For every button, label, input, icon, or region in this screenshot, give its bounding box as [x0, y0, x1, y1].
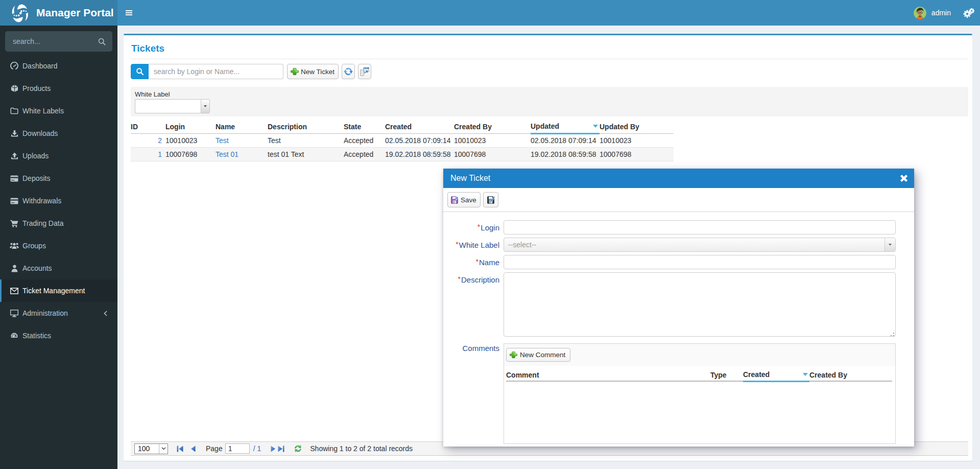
first-page-button[interactable]	[177, 445, 183, 452]
column-chooser-button[interactable]	[358, 64, 371, 79]
sidebar-item-dashboard[interactable]: Dashboard	[0, 55, 117, 77]
logged-in-user[interactable]: admin	[931, 9, 951, 17]
name-input[interactable]	[504, 255, 896, 269]
white-label-filter-value[interactable]	[135, 99, 201, 113]
filter-panel: White Label	[131, 87, 968, 116]
white-label-filter-dropdown-button[interactable]	[201, 99, 210, 113]
last-page-icon	[278, 445, 284, 452]
sidebar-search	[5, 31, 112, 52]
last-page-button[interactable]	[278, 445, 284, 452]
sidebar-menu: DashboardProductsWhite LabelsDownloadsUp…	[0, 55, 117, 347]
new-ticket-button[interactable]: New Ticket	[287, 64, 339, 79]
sidebar-search-input[interactable]	[5, 37, 98, 45]
col-header-name[interactable]: Name	[216, 120, 268, 133]
black-floppy-check-icon	[487, 196, 495, 204]
cube-icon	[10, 84, 19, 92]
col-header-updatedby[interactable]: Updated By	[600, 120, 674, 133]
created-col-header[interactable]: Created	[743, 369, 809, 381]
new-ticket-modal: New Ticket Save	[443, 169, 914, 447]
col-header-createdby[interactable]: Created By	[454, 120, 531, 133]
grid-search-button[interactable]	[131, 64, 149, 79]
sidebar-item-products[interactable]: Products	[0, 77, 117, 100]
cell-updatedby: 10010023	[600, 133, 674, 147]
cell-login: 10007698	[165, 147, 216, 161]
sidebar-item-uploads[interactable]: Uploads	[0, 145, 117, 167]
sidebar-item-groups[interactable]: Groups	[0, 235, 117, 257]
cell-created: 02.05.2018 07:09:14	[385, 133, 454, 147]
page-size-value: 100	[135, 444, 159, 453]
white-label-filter-combobox[interactable]	[135, 99, 210, 113]
page-number-input[interactable]	[225, 443, 250, 454]
new-ticket-label: New Ticket	[301, 68, 334, 76]
select-dropdown-button[interactable]	[885, 238, 895, 251]
table-row[interactable]: 2 10010023 Test Test Accepted 02.05.2018…	[131, 133, 674, 147]
folder-icon	[10, 107, 19, 114]
logo-area[interactable]: Manager Portal	[0, 0, 117, 26]
magnifier-icon[interactable]	[98, 38, 106, 45]
new-comment-button[interactable]: New Comment	[506, 348, 570, 362]
sidebar-item-label: Dashboard	[22, 62, 58, 70]
required-asterisk: *	[477, 223, 480, 231]
prev-page-button[interactable]	[191, 445, 196, 452]
refresh-grid-button[interactable]	[294, 444, 302, 453]
cell-updatedby: 10007698	[600, 147, 674, 161]
type-col-header[interactable]: Type	[710, 369, 743, 381]
modal-header: New Ticket	[443, 169, 914, 188]
sidebar-item-white-labels[interactable]: White Labels	[0, 100, 117, 122]
col-header-description[interactable]: Description	[268, 120, 344, 133]
modal-close-button[interactable]	[900, 174, 908, 182]
settings-button[interactable]	[963, 0, 974, 26]
save-button[interactable]: Save	[447, 192, 481, 207]
sidebar-item-deposits[interactable]: Deposits	[0, 167, 117, 190]
required-asterisk: *	[476, 257, 479, 266]
description-textarea[interactable]	[504, 272, 896, 337]
save-label: Save	[461, 196, 476, 204]
table-row[interactable]: 1 10007698 Test 01 test 01 Text Accepted…	[131, 147, 674, 161]
cell-description: Test	[268, 133, 344, 147]
sidebar-item-accounts[interactable]: Accounts	[0, 257, 117, 279]
prev-page-icon	[191, 445, 196, 452]
sidebar-item-label: Groups	[22, 242, 46, 250]
sidebar-item-downloads[interactable]: Downloads	[0, 122, 117, 145]
save-and-close-button[interactable]	[483, 192, 498, 207]
page-size-select[interactable]: 100	[134, 443, 168, 454]
ticket-id-link[interactable]: 2	[158, 136, 162, 145]
white-label-select[interactable]: --select--	[504, 238, 896, 252]
sort-desc-icon	[593, 125, 598, 128]
col-header-id[interactable]: ID	[131, 120, 165, 133]
sidebar-item-administration[interactable]: Administration	[0, 302, 117, 324]
cogs-icon	[963, 8, 974, 18]
ticket-name-link[interactable]: Test 01	[216, 150, 238, 158]
sidebar-item-label: Trading Data	[22, 219, 63, 227]
sidebar-item-trading-data[interactable]: Trading Data	[0, 212, 117, 235]
close-x-icon	[900, 174, 908, 182]
sidebar-item-withdrawals[interactable]: Withdrawals	[0, 190, 117, 212]
cell-login: 10010023	[165, 133, 216, 147]
reload-grid-button[interactable]	[342, 64, 355, 79]
sidebar-toggle-button[interactable]	[117, 0, 140, 26]
sort-desc-icon	[803, 373, 808, 376]
grid-search-input[interactable]	[149, 64, 283, 79]
sidebar-item-statistics[interactable]: Statistics	[0, 324, 117, 347]
next-page-button[interactable]	[271, 445, 275, 452]
sidebar-item-label: Downloads	[22, 129, 58, 137]
cell-state: Accepted	[344, 147, 385, 161]
col-header-updated[interactable]: Updated	[531, 120, 600, 133]
comments-toolbar: New Comment	[504, 344, 895, 366]
createdby-col-header[interactable]: Created By	[809, 369, 892, 381]
sidebar-item-ticket-management[interactable]: Ticket Management	[0, 279, 117, 302]
first-page-icon	[177, 445, 183, 452]
comment-col-header[interactable]: Comment	[506, 369, 710, 381]
chevron-left-icon	[104, 311, 107, 316]
col-header-login[interactable]: Login	[165, 120, 216, 133]
sidebar: DashboardProductsWhite LabelsDownloadsUp…	[0, 26, 117, 469]
ticket-id-link[interactable]: 1	[158, 150, 162, 158]
col-header-created[interactable]: Created	[385, 120, 454, 133]
cell-createdby: 10007698	[454, 147, 531, 161]
ticket-name-link[interactable]: Test	[216, 136, 229, 145]
green-refresh-icon	[294, 444, 302, 453]
required-asterisk: *	[458, 275, 461, 283]
login-input[interactable]	[504, 220, 896, 235]
col-header-state[interactable]: State	[344, 120, 385, 133]
user-avatar[interactable]	[914, 7, 926, 19]
